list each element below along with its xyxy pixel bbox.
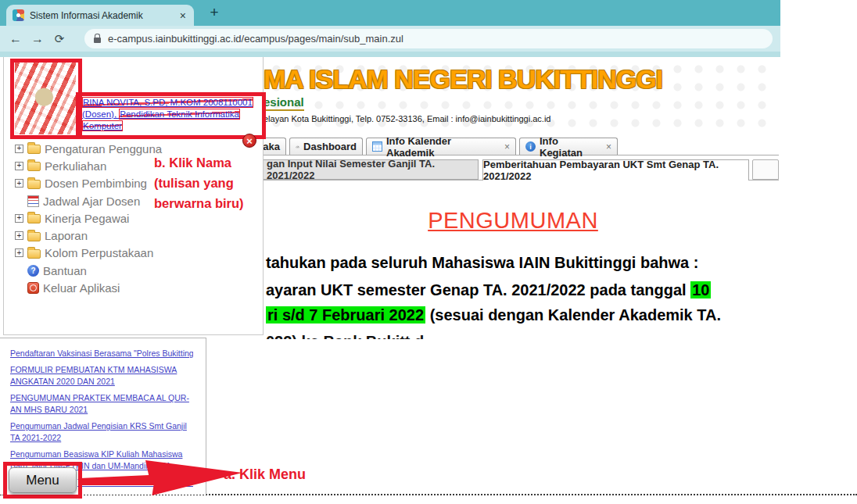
- announcement-line4-clipped: 022) ke Bank Bukitt d: [266, 333, 424, 339]
- sidebar-item-kinerja-pegawai[interactable]: + Kinerja Pegawai: [15, 209, 162, 227]
- annotation-box-photo: [10, 59, 82, 139]
- tab-label: Info Kalender Akademik: [386, 135, 498, 159]
- expand-icon[interactable]: +: [15, 248, 23, 257]
- sidebar-item-label: Keluar Aplikasi: [43, 281, 120, 295]
- forward-icon[interactable]: →: [27, 32, 48, 46]
- sidebar-item-kolom-perpustakaan[interactable]: + Kolom Perpustakaan: [15, 245, 162, 262]
- sidebar-item-label: Perkuliahan: [45, 159, 106, 173]
- annotation-box-name: [76, 92, 266, 139]
- address-bar[interactable]: e-campus.iainbukittinggi.ac.id/ecampus/p…: [84, 29, 773, 48]
- tab-info-kegiatan[interactable]: i Info Kegiatan ×: [519, 138, 618, 155]
- browser-tab-title: Sistem Informasi Akademik: [30, 10, 173, 21]
- announcement-line2: ayaran UKT semester Genap TA. 2021/2022 …: [266, 281, 711, 299]
- sidebar-item-pengaturan-pengguna[interactable]: + Pengaturan Pengguna: [15, 140, 162, 157]
- annotation-b-line1: b. Klik Nama: [154, 152, 244, 173]
- sidebar-item-jadwal-ajar-dosen[interactable]: Jadwal Ajar Dosen: [15, 192, 162, 209]
- sidebar-item-perkuliahan[interactable]: + Perkuliahan: [15, 157, 162, 174]
- sidebar-item-label: Bantuan: [43, 264, 87, 277]
- sidebar-close-icon[interactable]: ×: [242, 134, 256, 148]
- tab-label: Info Kegiatan: [540, 135, 600, 159]
- announcement-line3: ri s/d 7 Februari 2022 (sesuai dengan Ka…: [266, 306, 721, 324]
- university-title: MA ISLAM NEGERI BUKITTINGGI: [264, 64, 662, 95]
- subtab-stub: [752, 159, 779, 180]
- sidebar-item-dosen-pembimbing[interactable]: + Dosen Pembimbing: [15, 175, 162, 192]
- calendar-icon: [27, 195, 39, 207]
- close-tab-icon[interactable]: ×: [606, 141, 611, 152]
- sidebar-item-label: Kolom Perpustakaan: [45, 246, 153, 259]
- browser-toolbar: ← → ⟳ e-campus.iainbukittinggi.ac.id/eca…: [0, 26, 780, 52]
- lock-icon: [94, 38, 101, 43]
- sidebar-item-label: Jadwal Ajar Dosen: [43, 195, 140, 208]
- info-icon: i: [525, 141, 536, 152]
- expand-icon[interactable]: +: [15, 231, 23, 240]
- annotation-b-line3: berwarna biru): [154, 193, 244, 213]
- folder-icon: [27, 232, 41, 241]
- university-address: elayan Kota Bukittinggi, Telp. 0752-3313…: [264, 114, 550, 123]
- sidebar-item-label: Kinerja Pegawai: [45, 212, 129, 225]
- browser-tab[interactable]: Sistem Informasi Akademik ×: [6, 5, 194, 26]
- annotation-text-b: b. Klik Nama (tulisan yang berwarna biru…: [154, 152, 244, 213]
- tab-info-kalender-akademik[interactable]: Info Kalender Akademik ×: [366, 138, 516, 155]
- site-favicon-icon: [13, 9, 24, 21]
- url-text[interactable]: e-campus.iainbukittinggi.ac.id/ecampus/p…: [108, 33, 403, 45]
- annotation-text-a: a. Klik Menu: [224, 466, 306, 483]
- folder-icon: [27, 214, 41, 223]
- sidebar-item-laporan[interactable]: + Laporan: [15, 227, 162, 244]
- sidebar-panel: RINA NOVITA, S.PD, M.KOM 2008110001 (Dos…: [3, 57, 264, 335]
- new-tab-button[interactable]: +: [205, 3, 224, 22]
- sidebar-item-bantuan[interactable]: ? Bantuan: [15, 262, 162, 279]
- menu-button[interactable]: Menu: [9, 467, 77, 493]
- line3-highlight: ri s/d 7 Februari 2022: [266, 306, 425, 323]
- line3-text: (sesuai dengan Kalender Akademik TA.: [425, 306, 721, 323]
- tab-label: Dashboard: [303, 141, 357, 152]
- line2-text: ayaran UKT semester Genap TA. 2021/2022 …: [266, 281, 690, 298]
- news-link-krs[interactable]: Pengumuman Jadwal Pengisian KRS Smt Ganj…: [10, 420, 193, 444]
- expand-icon[interactable]: +: [15, 214, 23, 223]
- folder-icon: [27, 180, 41, 189]
- expand-icon[interactable]: +: [15, 145, 23, 153]
- line2-highlight: 10: [690, 281, 711, 298]
- sidebar-item-label: Dosen Pembimbing: [45, 177, 147, 190]
- tab-dashboard[interactable]: Dashboard: [289, 138, 363, 155]
- folder-icon: [27, 145, 41, 154]
- subtab-input-nilai[interactable]: gan Input Nilai Semester Ganjil TA. 2021…: [233, 159, 479, 180]
- screenshot-root: Sistem Informasi Akademik × + ← → ⟳ e-ca…: [0, 0, 857, 504]
- expand-icon[interactable]: +: [15, 179, 23, 188]
- subtab-pembayaran-ukt[interactable]: Pemberitahuan Pembayaran UKT Smt Genap T…: [482, 159, 749, 181]
- sidebar-item-label: Laporan: [45, 229, 88, 242]
- tab-label: aka: [263, 141, 280, 152]
- calendar-grid-icon: [372, 141, 382, 152]
- browser-tabstrip: Sistem Informasi Akademik × +: [0, 0, 780, 26]
- news-link-praktek-quran[interactable]: PENGUMUMAN PRAKTEK MEMBACA AL QUR-AN MHS…: [10, 392, 193, 416]
- chrome-separator: [0, 52, 780, 57]
- sidebar-item-label: Pengaturan Pengguna: [45, 142, 162, 155]
- sidebar-menu-tree: + Pengaturan Pengguna + Perkuliahan + Do…: [15, 140, 162, 297]
- folder-icon: [27, 162, 41, 171]
- sidebar-item-keluar-aplikasi[interactable]: Keluar Aplikasi: [15, 279, 162, 296]
- news-link-ktm[interactable]: FORMULIR PEMBUATAN KTM MAHASISWA ANGKATA…: [10, 364, 193, 388]
- expand-icon[interactable]: +: [15, 162, 23, 170]
- folder-icon: [27, 249, 41, 259]
- annotation-b-line2: (tulisan yang: [154, 173, 244, 193]
- back-icon[interactable]: ←: [5, 32, 27, 46]
- help-icon: ?: [27, 265, 39, 277]
- gauge-icon: [296, 142, 299, 151]
- announcement-line1: tahukan pada seluruh Mahasiswa IAIN Buki…: [266, 254, 698, 272]
- university-motto: esional: [264, 95, 304, 111]
- announcement-heading: PENGUMUMAN: [263, 208, 763, 234]
- tab-close-icon[interactable]: ×: [178, 9, 188, 22]
- browser-chrome: Sistem Informasi Akademik × + ← → ⟳ e-ca…: [0, 0, 780, 56]
- reload-icon[interactable]: ⟳: [48, 32, 70, 46]
- close-tab-icon[interactable]: ×: [504, 141, 510, 152]
- main-tabs-baseline: [263, 155, 779, 155]
- news-link-vaksinasi[interactable]: Pendaftaran Vaksinasi Berasama "Polres B…: [10, 348, 193, 359]
- logout-icon: [27, 282, 39, 294]
